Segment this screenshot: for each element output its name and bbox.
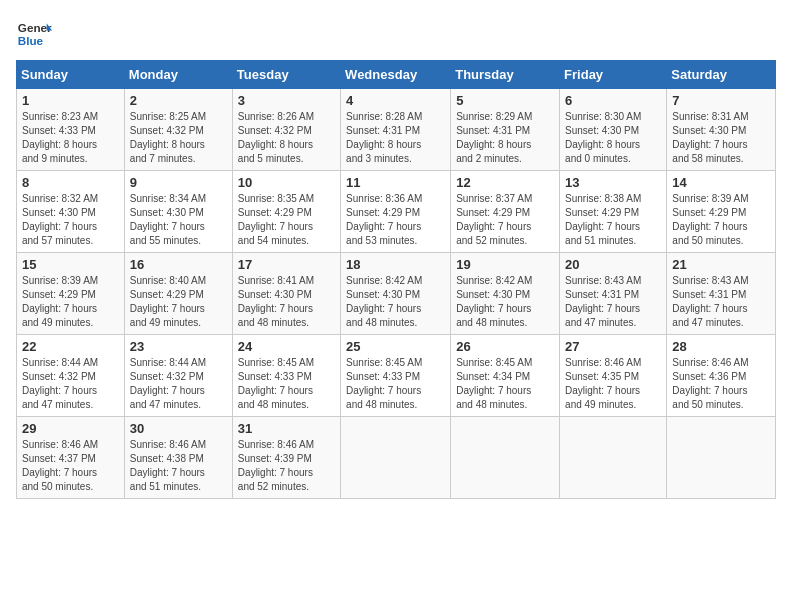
day-number: 18	[346, 257, 445, 272]
calendar-cell: 29Sunrise: 8:46 AM Sunset: 4:37 PM Dayli…	[17, 417, 125, 499]
day-info: Sunrise: 8:34 AM Sunset: 4:30 PM Dayligh…	[130, 192, 227, 248]
day-number: 31	[238, 421, 335, 436]
calendar-cell: 26Sunrise: 8:45 AM Sunset: 4:34 PM Dayli…	[451, 335, 560, 417]
calendar-cell: 16Sunrise: 8:40 AM Sunset: 4:29 PM Dayli…	[124, 253, 232, 335]
calendar-cell	[451, 417, 560, 499]
calendar-cell: 18Sunrise: 8:42 AM Sunset: 4:30 PM Dayli…	[341, 253, 451, 335]
calendar-body: 1Sunrise: 8:23 AM Sunset: 4:33 PM Daylig…	[17, 89, 776, 499]
day-info: Sunrise: 8:45 AM Sunset: 4:34 PM Dayligh…	[456, 356, 554, 412]
day-number: 24	[238, 339, 335, 354]
calendar-cell: 17Sunrise: 8:41 AM Sunset: 4:30 PM Dayli…	[232, 253, 340, 335]
day-number: 1	[22, 93, 119, 108]
day-number: 20	[565, 257, 661, 272]
day-info: Sunrise: 8:31 AM Sunset: 4:30 PM Dayligh…	[672, 110, 770, 166]
day-info: Sunrise: 8:44 AM Sunset: 4:32 PM Dayligh…	[22, 356, 119, 412]
calendar-week-row: 22Sunrise: 8:44 AM Sunset: 4:32 PM Dayli…	[17, 335, 776, 417]
calendar-cell: 23Sunrise: 8:44 AM Sunset: 4:32 PM Dayli…	[124, 335, 232, 417]
calendar-cell: 20Sunrise: 8:43 AM Sunset: 4:31 PM Dayli…	[560, 253, 667, 335]
calendar-cell: 10Sunrise: 8:35 AM Sunset: 4:29 PM Dayli…	[232, 171, 340, 253]
day-number: 26	[456, 339, 554, 354]
day-number: 22	[22, 339, 119, 354]
calendar-cell: 12Sunrise: 8:37 AM Sunset: 4:29 PM Dayli…	[451, 171, 560, 253]
day-number: 25	[346, 339, 445, 354]
calendar-week-row: 1Sunrise: 8:23 AM Sunset: 4:33 PM Daylig…	[17, 89, 776, 171]
logo-icon: General Blue	[16, 16, 52, 52]
day-info: Sunrise: 8:46 AM Sunset: 4:39 PM Dayligh…	[238, 438, 335, 494]
day-info: Sunrise: 8:43 AM Sunset: 4:31 PM Dayligh…	[565, 274, 661, 330]
calendar-week-row: 15Sunrise: 8:39 AM Sunset: 4:29 PM Dayli…	[17, 253, 776, 335]
logo: General Blue	[16, 16, 52, 52]
day-info: Sunrise: 8:29 AM Sunset: 4:31 PM Dayligh…	[456, 110, 554, 166]
calendar-cell	[341, 417, 451, 499]
calendar-cell: 24Sunrise: 8:45 AM Sunset: 4:33 PM Dayli…	[232, 335, 340, 417]
day-info: Sunrise: 8:30 AM Sunset: 4:30 PM Dayligh…	[565, 110, 661, 166]
day-number: 19	[456, 257, 554, 272]
calendar-cell: 21Sunrise: 8:43 AM Sunset: 4:31 PM Dayli…	[667, 253, 776, 335]
calendar-cell: 13Sunrise: 8:38 AM Sunset: 4:29 PM Dayli…	[560, 171, 667, 253]
calendar-cell: 4Sunrise: 8:28 AM Sunset: 4:31 PM Daylig…	[341, 89, 451, 171]
day-info: Sunrise: 8:46 AM Sunset: 4:35 PM Dayligh…	[565, 356, 661, 412]
calendar-col-header: Saturday	[667, 61, 776, 89]
calendar-cell: 30Sunrise: 8:46 AM Sunset: 4:38 PM Dayli…	[124, 417, 232, 499]
day-info: Sunrise: 8:45 AM Sunset: 4:33 PM Dayligh…	[346, 356, 445, 412]
calendar-cell: 1Sunrise: 8:23 AM Sunset: 4:33 PM Daylig…	[17, 89, 125, 171]
calendar-header-row: SundayMondayTuesdayWednesdayThursdayFrid…	[17, 61, 776, 89]
day-info: Sunrise: 8:43 AM Sunset: 4:31 PM Dayligh…	[672, 274, 770, 330]
day-info: Sunrise: 8:44 AM Sunset: 4:32 PM Dayligh…	[130, 356, 227, 412]
day-info: Sunrise: 8:39 AM Sunset: 4:29 PM Dayligh…	[672, 192, 770, 248]
calendar-col-header: Friday	[560, 61, 667, 89]
calendar-cell: 2Sunrise: 8:25 AM Sunset: 4:32 PM Daylig…	[124, 89, 232, 171]
day-number: 27	[565, 339, 661, 354]
day-number: 15	[22, 257, 119, 272]
day-number: 23	[130, 339, 227, 354]
calendar-cell: 22Sunrise: 8:44 AM Sunset: 4:32 PM Dayli…	[17, 335, 125, 417]
day-number: 7	[672, 93, 770, 108]
day-info: Sunrise: 8:39 AM Sunset: 4:29 PM Dayligh…	[22, 274, 119, 330]
calendar-cell: 3Sunrise: 8:26 AM Sunset: 4:32 PM Daylig…	[232, 89, 340, 171]
day-number: 29	[22, 421, 119, 436]
day-info: Sunrise: 8:36 AM Sunset: 4:29 PM Dayligh…	[346, 192, 445, 248]
day-info: Sunrise: 8:32 AM Sunset: 4:30 PM Dayligh…	[22, 192, 119, 248]
calendar-table: SundayMondayTuesdayWednesdayThursdayFrid…	[16, 60, 776, 499]
calendar-cell	[667, 417, 776, 499]
day-info: Sunrise: 8:37 AM Sunset: 4:29 PM Dayligh…	[456, 192, 554, 248]
day-number: 17	[238, 257, 335, 272]
day-info: Sunrise: 8:26 AM Sunset: 4:32 PM Dayligh…	[238, 110, 335, 166]
calendar-week-row: 29Sunrise: 8:46 AM Sunset: 4:37 PM Dayli…	[17, 417, 776, 499]
day-info: Sunrise: 8:25 AM Sunset: 4:32 PM Dayligh…	[130, 110, 227, 166]
day-info: Sunrise: 8:38 AM Sunset: 4:29 PM Dayligh…	[565, 192, 661, 248]
calendar-cell: 6Sunrise: 8:30 AM Sunset: 4:30 PM Daylig…	[560, 89, 667, 171]
day-number: 21	[672, 257, 770, 272]
day-info: Sunrise: 8:45 AM Sunset: 4:33 PM Dayligh…	[238, 356, 335, 412]
day-number: 6	[565, 93, 661, 108]
calendar-cell: 7Sunrise: 8:31 AM Sunset: 4:30 PM Daylig…	[667, 89, 776, 171]
calendar-cell: 5Sunrise: 8:29 AM Sunset: 4:31 PM Daylig…	[451, 89, 560, 171]
calendar-cell: 31Sunrise: 8:46 AM Sunset: 4:39 PM Dayli…	[232, 417, 340, 499]
day-number: 2	[130, 93, 227, 108]
calendar-week-row: 8Sunrise: 8:32 AM Sunset: 4:30 PM Daylig…	[17, 171, 776, 253]
day-info: Sunrise: 8:41 AM Sunset: 4:30 PM Dayligh…	[238, 274, 335, 330]
day-number: 14	[672, 175, 770, 190]
page-header: General Blue	[16, 16, 776, 52]
day-number: 9	[130, 175, 227, 190]
calendar-cell: 27Sunrise: 8:46 AM Sunset: 4:35 PM Dayli…	[560, 335, 667, 417]
day-number: 30	[130, 421, 227, 436]
day-number: 13	[565, 175, 661, 190]
day-number: 5	[456, 93, 554, 108]
day-number: 4	[346, 93, 445, 108]
calendar-cell: 11Sunrise: 8:36 AM Sunset: 4:29 PM Dayli…	[341, 171, 451, 253]
calendar-col-header: Sunday	[17, 61, 125, 89]
svg-text:Blue: Blue	[18, 34, 44, 47]
day-info: Sunrise: 8:28 AM Sunset: 4:31 PM Dayligh…	[346, 110, 445, 166]
calendar-col-header: Thursday	[451, 61, 560, 89]
day-info: Sunrise: 8:42 AM Sunset: 4:30 PM Dayligh…	[456, 274, 554, 330]
day-number: 16	[130, 257, 227, 272]
calendar-cell: 25Sunrise: 8:45 AM Sunset: 4:33 PM Dayli…	[341, 335, 451, 417]
day-number: 11	[346, 175, 445, 190]
day-info: Sunrise: 8:46 AM Sunset: 4:38 PM Dayligh…	[130, 438, 227, 494]
day-info: Sunrise: 8:46 AM Sunset: 4:36 PM Dayligh…	[672, 356, 770, 412]
calendar-cell: 9Sunrise: 8:34 AM Sunset: 4:30 PM Daylig…	[124, 171, 232, 253]
day-info: Sunrise: 8:46 AM Sunset: 4:37 PM Dayligh…	[22, 438, 119, 494]
day-number: 3	[238, 93, 335, 108]
calendar-cell: 15Sunrise: 8:39 AM Sunset: 4:29 PM Dayli…	[17, 253, 125, 335]
